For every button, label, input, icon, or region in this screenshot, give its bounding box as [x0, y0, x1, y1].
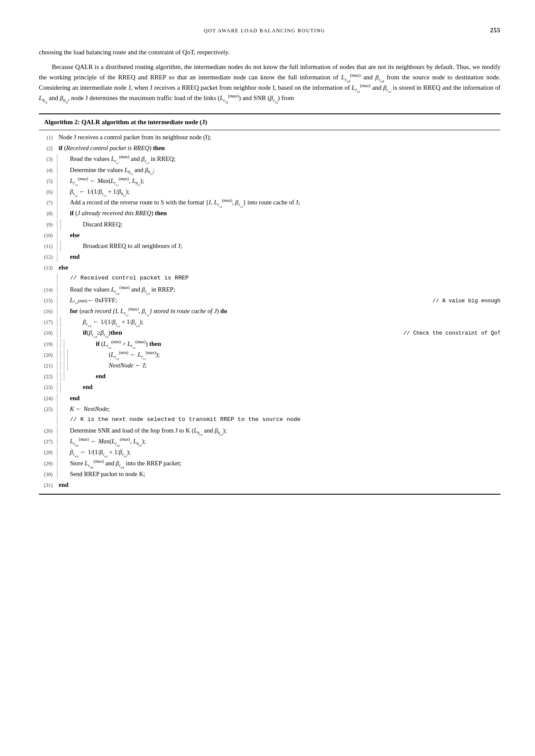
alg-bar-14 — [57, 285, 60, 295]
alg-bar-9a — [57, 220, 60, 229]
alg-line-5: (5) Lrs,j(max) ← Max(Lrs,i(max), Lhi,j); — [39, 176, 500, 186]
alg-num-24: (24) — [39, 395, 57, 403]
alg-content-29: Store Lrd,k(max) and βrd,k into the RREP… — [60, 458, 500, 468]
alg-bar-20a — [57, 350, 60, 360]
alg-line-27: (27) Lrd,k(max) ← Max(Lrd,j(max), Lhj,k)… — [39, 436, 500, 447]
alg-content-19: if (Lrs,j(min) > Lrs,j(max)) then — [67, 339, 500, 349]
header-title: QoT Aware Load Balancing Routing — [204, 27, 325, 35]
alg-bar-21a — [57, 361, 60, 370]
alg-line-13: (13) else — [39, 262, 500, 273]
alg-num-6: (6) — [39, 188, 57, 196]
alg-bar-9b — [60, 220, 64, 229]
alg-num-22: (22) — [39, 373, 57, 381]
alg-content-16: for (each record {I, Lrs,j(max), βrs,j} … — [60, 306, 500, 316]
alg-content-14: Read the values Lrj,d(max) and βrj,d in … — [60, 285, 500, 295]
alg-line-1: (1) Node J receives a control packet fro… — [39, 132, 500, 143]
alg-content-2: if (Received control packet is RREQ) the… — [57, 143, 500, 153]
alg-bar-21d — [67, 361, 71, 370]
alg-num-31: (31) — [39, 481, 57, 489]
alg-bar-22a — [57, 371, 60, 381]
alg-line-25: (25) K ← NextNode; — [39, 404, 500, 414]
alg-num-9: (9) — [39, 221, 57, 229]
alg-line-3: (3) Read the values Lrs,i(max) and βrs,i… — [39, 154, 500, 164]
alg-line-4: (4) Determine the values Lhi,j and βhi,j… — [39, 165, 500, 176]
alg-bar-7 — [57, 198, 60, 207]
alg-content-comment-rrep: // Received control packet is RREP — [60, 273, 500, 283]
alg-content-9: Discard RREQ; — [64, 220, 500, 229]
alg-line-comment-rrep: // Received control packet is RREP — [39, 273, 500, 284]
alg-bar-10 — [57, 230, 60, 240]
alg-content-3: Read the values Lrs,i(max) and βrs,i in … — [60, 154, 500, 164]
alg-content-7: Add a record of the reverse route to S w… — [60, 198, 500, 207]
alg-line-19: (19) if (Lrs,j(min) > Lrs,j(max)) then — [39, 339, 500, 349]
alg-content-17: βrs,d ← 1/(1/βrs,j + 1/βrj,d); — [64, 317, 500, 327]
alg-line-14: (14) Read the values Lrj,d(max) and βrj,… — [39, 284, 500, 295]
alg-bar-19a — [57, 339, 60, 349]
alg-bar-23a — [57, 382, 60, 392]
alg-bar-20d — [67, 350, 71, 360]
alg-line-30: (30) Send RREP packet to node K; — [39, 469, 500, 480]
alg-bar-27 — [57, 436, 60, 446]
alg-content-21: NextNode ← I; — [71, 361, 500, 370]
alg-line-29: (29) Store Lrd,k(max) and βrd,k into the… — [39, 458, 500, 469]
alg-num-27: (27) — [39, 438, 57, 446]
alg-bar-17b — [60, 317, 64, 327]
algorithm-box: Algorithm 2: QALR algorithm at the inter… — [39, 113, 500, 495]
page-header: QoT Aware Load Balancing Routing 255 — [39, 26, 500, 35]
alg-line-15: (15) Lrs,j(min) ← 0xFFFF;// A value big … — [39, 295, 500, 306]
algorithm-body: (1) Node J receives a control packet fro… — [39, 130, 500, 494]
alg-content-26: Determine SNR and load of the hop from J… — [60, 426, 500, 436]
alg-num-16: (16) — [39, 307, 57, 316]
alg-num-1: (1) — [39, 134, 57, 142]
alg-bar-29 — [57, 458, 60, 468]
alg-line-17: (17) βrs,d ← 1/(1/βrs,j + 1/βrj,d); — [39, 317, 500, 327]
alg-num-14: (14) — [39, 286, 57, 294]
alg-num-20: (20) — [39, 351, 57, 359]
alg-content-23: end — [64, 382, 500, 392]
alg-content-28: βrd,k ← 1/(1/βrd,j + 1/βrj,k); — [60, 447, 500, 457]
alg-num-23: (23) — [39, 383, 57, 392]
alg-bar-11b — [60, 241, 64, 251]
alg-bar-30 — [57, 469, 60, 479]
alg-content-24: end — [60, 393, 500, 403]
alg-content-13: else — [57, 263, 500, 273]
alg-line-21: (21) NextNode ← I; — [39, 360, 500, 371]
alg-line-20: (20) (Lrs,j(min) ← Lrs,j(max)); — [39, 349, 500, 360]
alg-num-25: (25) — [39, 405, 57, 414]
alg-bar-19b — [60, 339, 64, 349]
alg-bar-3 — [57, 154, 60, 164]
alg-bar-26 — [57, 426, 60, 436]
alg-content-6: βrs,j ← 1/(1/βrs,i + 1/βhi,j); — [60, 187, 500, 197]
alg-num-19: (19) — [39, 340, 57, 348]
alg-num-5: (5) — [39, 177, 57, 185]
alg-bar-15 — [57, 295, 60, 305]
alg-content-10: else — [60, 230, 500, 240]
alg-line-28: (28) βrd,k ← 1/(1/βrd,j + 1/βrj,k); — [39, 447, 500, 458]
alg-bar-20b — [60, 350, 64, 360]
alg-bar-6 — [57, 187, 60, 197]
page-number: 255 — [490, 26, 500, 35]
alg-num-8: (8) — [39, 210, 57, 218]
alg-bar-22c — [64, 371, 67, 381]
alg-bar-11a — [57, 241, 60, 251]
alg-bar-28 — [57, 447, 60, 457]
alg-content-25: K ← NextNode; — [60, 404, 500, 414]
alg-line-22: (22) end — [39, 371, 500, 382]
alg-bar-18b — [60, 328, 64, 338]
intro-para-2: Because QALR is a distributed routing al… — [39, 62, 500, 103]
alg-num-13: (13) — [39, 264, 57, 272]
alg-line-7: (7) Add a record of the reverse route to… — [39, 197, 500, 208]
alg-bar-25 — [57, 404, 60, 414]
alg-bar-18a — [57, 328, 60, 338]
alg-line-24: (24) end — [39, 393, 500, 404]
alg-line-18: (18) if (βrs,d ≥ βreq) then// Check the … — [39, 327, 500, 338]
alg-line-8: (8) if (J already received this RREQ) th… — [39, 208, 500, 219]
alg-bar-23b — [60, 382, 64, 392]
alg-num-3: (3) — [39, 155, 57, 163]
algorithm-label: Algorithm 2: — [44, 119, 80, 125]
alg-bar-comment — [57, 273, 60, 283]
intro-text: choosing the load balancing route and th… — [39, 47, 500, 103]
alg-bar-17a — [57, 317, 60, 327]
alg-bar-16 — [57, 306, 60, 316]
alg-num-21: (21) — [39, 362, 57, 370]
